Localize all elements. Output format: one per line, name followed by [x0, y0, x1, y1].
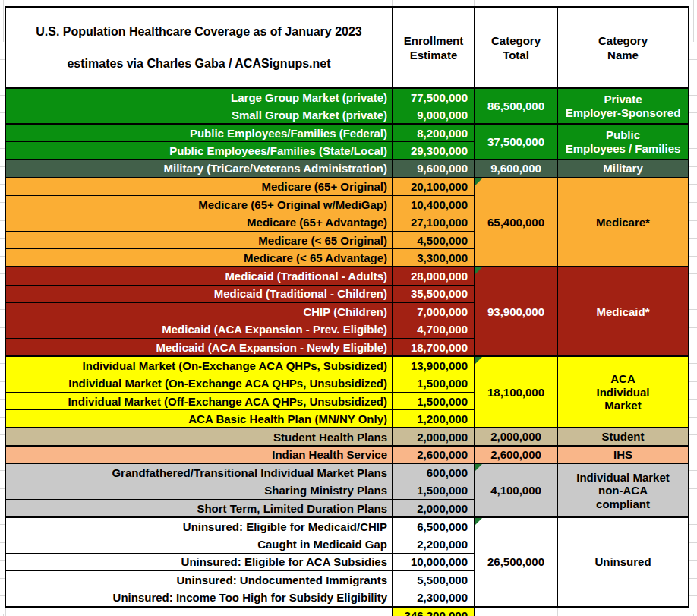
gridline: [33, 0, 33, 6]
row-label-cell[interactable]: Student Health Plans: [5, 428, 393, 446]
row-label-cell[interactable]: Medicaid (ACA Expansion - Prev. Eligible…: [5, 321, 393, 339]
category-total-value: 4,100,000: [490, 484, 541, 497]
table-title-cell[interactable]: U.S. Population Healthcare Coverage as o…: [5, 7, 393, 88]
enrollment-value-cell[interactable]: 28,000,000: [393, 267, 475, 285]
category-name-cell[interactable]: Private Employer-Sponsored: [557, 88, 689, 124]
row-label-cell[interactable]: Individual Market (Off-Exchange ACA QHPs…: [5, 392, 393, 410]
row-label-cell[interactable]: Medicare (65+ Original w/MediGap): [5, 195, 393, 213]
empty-cell[interactable]: [557, 607, 689, 616]
gridline: [392, 0, 393, 6]
enrollment-value-cell[interactable]: 6,500,000: [393, 517, 475, 535]
enrollment-value-cell[interactable]: 7,000,000: [393, 303, 475, 321]
category-total-cell[interactable]: 2,000,000: [475, 428, 557, 446]
enrollment-value-cell[interactable]: 9,600,000: [393, 160, 475, 178]
enrollment-value-cell[interactable]: 13,900,000: [393, 356, 475, 374]
row-label-cell[interactable]: Medicaid (Traditional - Adults): [5, 267, 393, 285]
grand-total-row: 346,200,000: [5, 607, 689, 616]
row-label-cell[interactable]: Large Group Market (private): [5, 88, 393, 106]
grand-total-cell[interactable]: 346,200,000: [393, 607, 475, 616]
category-name-cell[interactable]: Medicare*: [557, 178, 689, 267]
category-total-value: 93,900,000: [487, 305, 544, 318]
table-row: Public Employees/Families (Federal)8,200…: [5, 124, 689, 142]
category-name-cell[interactable]: Uninsured: [557, 517, 689, 607]
enrollment-value-cell[interactable]: 1,500,000: [393, 482, 475, 500]
enrollment-value-cell[interactable]: 1,200,000: [393, 410, 475, 428]
table-row: Individual Market (On-Exchange ACA QHPs,…: [5, 356, 689, 374]
category-total-cell[interactable]: 2,600,000: [475, 446, 557, 464]
enrollment-value-cell[interactable]: 1,500,000: [393, 374, 475, 393]
category-total-cell[interactable]: 93,900,000: [475, 267, 557, 356]
category-total-cell[interactable]: 26,500,000: [475, 517, 557, 607]
category-total-cell[interactable]: 4,100,000: [475, 463, 557, 517]
category-total-cell[interactable]: 18,100,000: [475, 356, 557, 428]
table-footer: 346,200,000 Dual Eligibles (Medicare/Med…: [5, 607, 689, 616]
category-name-header[interactable]: Category Name: [557, 7, 689, 88]
enrollment-value-cell[interactable]: 2,600,000: [393, 446, 475, 464]
enrollment-value-cell[interactable]: 2,300,000: [393, 589, 475, 607]
enrollment-value-cell[interactable]: 5,500,000: [393, 571, 475, 589]
row-label-cell[interactable]: Uninsured: Income Too High for Subsidy E…: [5, 589, 393, 607]
enrollment-value-cell[interactable]: 2,200,000: [393, 535, 475, 554]
table-row: Uninsured: Eligible for Medicaid/CHIP6,5…: [5, 517, 689, 535]
row-label-cell[interactable]: Medicaid (Traditional - Children): [5, 285, 393, 303]
row-label-cell[interactable]: Public Employees/Families (State/Local): [5, 142, 393, 160]
enrollment-value-cell[interactable]: 4,500,000: [393, 231, 475, 249]
category-name-cell[interactable]: Public Employees / Families: [557, 124, 689, 160]
category-total-header[interactable]: Category Total: [475, 7, 557, 88]
enrollment-value-cell[interactable]: 27,100,000: [393, 213, 475, 232]
row-label-cell[interactable]: Medicare (< 65 Original): [5, 231, 393, 249]
enrollment-value-cell[interactable]: 2,000,000: [393, 428, 475, 446]
enrollment-value-cell[interactable]: 18,700,000: [393, 339, 475, 357]
category-name-cell[interactable]: Individual Market non-ACA compliant: [557, 463, 689, 517]
row-label-cell[interactable]: Medicare (< 65 Advantage): [5, 249, 393, 267]
enrollment-value-cell[interactable]: 600,000: [393, 463, 475, 482]
category-name-cell[interactable]: Student: [557, 428, 689, 446]
gridline: [557, 0, 557, 6]
enrollment-value-cell[interactable]: 3,300,000: [393, 249, 475, 267]
row-label-cell[interactable]: Medicaid (ACA Expansion - Newly Eligible…: [5, 339, 393, 357]
enrollment-value-cell[interactable]: 10,000,000: [393, 553, 475, 571]
category-name-cell[interactable]: Military: [557, 160, 689, 178]
empty-cell[interactable]: [475, 607, 557, 616]
row-label-cell[interactable]: Sharing Ministry Plans: [5, 482, 393, 500]
category-total-value: 65,400,000: [487, 216, 544, 229]
row-label-cell[interactable]: Individual Market (On-Exchange ACA QHPs,…: [5, 374, 393, 393]
row-label-cell[interactable]: Uninsured: Eligible for ACA Subsidies: [5, 553, 393, 571]
enrollment-estimate-header[interactable]: Enrollment Estimate: [393, 7, 475, 88]
row-label-cell[interactable]: Caught in Medicaid Gap: [5, 535, 393, 554]
row-label-cell[interactable]: Medicare (65+ Advantage): [5, 213, 393, 232]
row-label-cell[interactable]: Short Term, Limited Duration Plans: [5, 500, 393, 518]
row-label-cell[interactable]: CHIP (Children): [5, 303, 393, 321]
row-label-cell[interactable]: Uninsured: Eligible for Medicaid/CHIP: [5, 517, 393, 535]
category-total-cell[interactable]: 9,600,000: [475, 160, 557, 178]
enrollment-value-cell[interactable]: 20,100,000: [393, 178, 475, 196]
enrollment-value-cell[interactable]: 8,200,000: [393, 124, 475, 142]
category-name-cell[interactable]: ACA Individual Market: [557, 356, 689, 428]
enrollment-value-cell[interactable]: 29,300,000: [393, 142, 475, 160]
row-label-cell[interactable]: ACA Basic Health Plan (MN/NY Only): [5, 410, 393, 428]
enrollment-value-cell[interactable]: 10,400,000: [393, 195, 475, 213]
empty-cell[interactable]: [5, 607, 393, 616]
row-label-cell[interactable]: Grandfathered/Transitional Individual Ma…: [5, 463, 393, 482]
row-label-cell[interactable]: Uninsured: Undocumented Immigrants: [5, 571, 393, 589]
enrollment-value-cell[interactable]: 35,500,000: [393, 285, 475, 303]
enrollment-value-cell[interactable]: 2,000,000: [393, 500, 475, 518]
category-total-cell[interactable]: 37,500,000: [475, 124, 557, 160]
row-label-cell[interactable]: Military (TriCare/Veterans Administratio…: [5, 160, 393, 178]
enrollment-value-cell[interactable]: 77,500,000: [393, 88, 475, 106]
category-name-cell[interactable]: IHS: [557, 446, 689, 464]
table-row: Grandfathered/Transitional Individual Ma…: [5, 463, 689, 482]
row-label-cell[interactable]: Indian Health Service: [5, 446, 393, 464]
category-total-cell[interactable]: 65,400,000: [475, 178, 557, 267]
category-name-cell[interactable]: Medicaid*: [557, 267, 689, 356]
category-total-value: 86,500,000: [487, 100, 544, 112]
enrollment-value-cell[interactable]: 4,700,000: [393, 321, 475, 339]
enrollment-value-cell[interactable]: 9,000,000: [393, 106, 475, 125]
note-marker-icon: [475, 178, 482, 185]
category-total-cell[interactable]: 86,500,000: [475, 88, 557, 124]
row-label-cell[interactable]: Public Employees/Families (Federal): [5, 124, 393, 142]
row-label-cell[interactable]: Medicare (65+ Original): [5, 178, 393, 196]
row-label-cell[interactable]: Individual Market (On-Exchange ACA QHPs,…: [5, 356, 393, 374]
row-label-cell[interactable]: Small Group Market (private): [5, 106, 393, 125]
enrollment-value-cell[interactable]: 1,500,000: [393, 392, 475, 410]
